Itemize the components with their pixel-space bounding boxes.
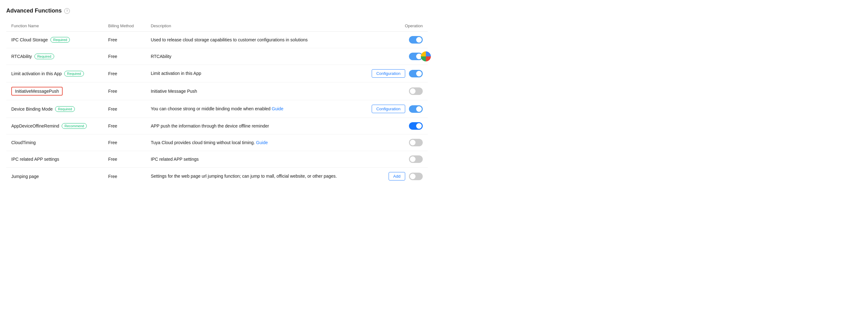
operation-cell-rtcability	[359, 48, 428, 65]
toggle-device-binding-mode[interactable]	[409, 105, 423, 113]
function-badge: Required	[64, 71, 84, 77]
description-cell-initiative-message-push: Initiative Message Push	[146, 82, 358, 100]
function-name-cell-limit-activation: Limit activation in this AppRequired	[6, 65, 103, 82]
toggle-slider-cloud-timing	[409, 139, 423, 146]
col-description: Description	[146, 20, 358, 32]
toggle-slider-ipc-cloud-storage	[409, 36, 423, 43]
function-name-text: IPC Cloud Storage	[11, 37, 48, 42]
operation-cell-app-device-offline-remind	[359, 118, 428, 134]
table-row: RTCAbilityRequiredFreeRTCAbility	[6, 48, 428, 65]
function-name-cell-ipc-related-app-settings: IPC related APP settings	[6, 151, 103, 168]
billing-cell-ipc-cloud-storage: Free	[103, 32, 146, 48]
description-link-device-binding-mode[interactable]: Guide	[272, 106, 283, 111]
functions-table: Function Name Billing Method Description…	[6, 20, 428, 185]
billing-cell-app-device-offline-remind: Free	[103, 118, 146, 134]
toggle-limit-activation[interactable]	[409, 70, 423, 78]
add-button-jumping-page[interactable]: Add	[389, 172, 405, 180]
description-cell-cloud-timing: Tuya Cloud provides cloud timing without…	[146, 134, 358, 151]
description-cell-device-binding-mode: You can choose strong or middle binding …	[146, 100, 358, 118]
operation-cell-limit-activation: Configuration	[359, 65, 428, 82]
function-name-text: CloudTiming	[11, 140, 36, 145]
browser-icon	[421, 51, 431, 61]
function-name-text: Jumping page	[11, 174, 39, 179]
toggle-cloud-timing[interactable]	[409, 139, 423, 146]
function-badge: Required	[34, 54, 54, 59]
table-row: Limit activation in this AppRequiredFree…	[6, 65, 428, 82]
function-badge: Recommend	[62, 123, 87, 129]
operation-cell-device-binding-mode: Configuration	[359, 100, 428, 118]
description-link-cloud-timing[interactable]: Guide	[256, 140, 268, 145]
operation-cell-jumping-page: Add	[359, 168, 428, 185]
function-badge: Required	[51, 37, 70, 42]
function-name-cell-initiative-message-push: InitiativeMessagePush	[6, 82, 103, 100]
toggle-initiative-message-push[interactable]	[409, 87, 423, 95]
description-cell-ipc-cloud-storage: Used to release cloud storage capabiliti…	[146, 32, 358, 48]
description-cell-rtcability: RTCAbility	[146, 48, 358, 65]
operation-cell-cloud-timing	[359, 134, 428, 151]
table-row: Device Binding ModeRequiredFreeYou can c…	[6, 100, 428, 118]
function-name-text: AppDeviceOffineRemind	[11, 123, 59, 128]
function-name-cell-cloud-timing: CloudTiming	[6, 134, 103, 151]
col-operation: Operation	[359, 20, 428, 32]
function-name-text: Device Binding Mode	[11, 107, 53, 112]
page-title: Advanced Functions	[6, 7, 62, 14]
billing-cell-device-binding-mode: Free	[103, 100, 146, 118]
function-name-text: RTCAbility	[11, 54, 32, 59]
table-row: IPC related APP settingsFreeIPC related …	[6, 151, 428, 168]
function-name-cell-device-binding-mode: Device Binding ModeRequired	[6, 100, 103, 118]
function-name-cell-jumping-page: Jumping page	[6, 168, 103, 185]
config-button-device-binding-mode[interactable]: Configuration	[372, 104, 405, 113]
function-name-cell-ipc-cloud-storage: IPC Cloud StorageRequired	[6, 32, 103, 48]
billing-cell-initiative-message-push: Free	[103, 82, 146, 100]
toggle-slider-jumping-page	[409, 173, 423, 180]
table-row: AppDeviceOffineRemindRecommendFreeAPP pu…	[6, 118, 428, 134]
toggle-ipc-cloud-storage[interactable]	[409, 36, 423, 43]
page-container: Advanced Functions ? Function Name Billi…	[0, 0, 434, 192]
table-header-row: Function Name Billing Method Description…	[6, 20, 428, 32]
operation-cell-initiative-message-push	[359, 82, 428, 100]
page-header: Advanced Functions ?	[6, 7, 428, 14]
description-cell-jumping-page: Settings for the web page url jumping fu…	[146, 168, 358, 185]
billing-cell-ipc-related-app-settings: Free	[103, 151, 146, 168]
toggle-jumping-page[interactable]	[409, 173, 423, 180]
function-name-cell-app-device-offline-remind: AppDeviceOffineRemindRecommend	[6, 118, 103, 134]
function-name-text: Limit activation in this App	[11, 71, 62, 76]
function-name-cell-rtcability: RTCAbilityRequired	[6, 48, 103, 65]
billing-cell-jumping-page: Free	[103, 168, 146, 185]
toggle-slider-limit-activation	[409, 70, 423, 78]
toggle-ipc-related-app-settings[interactable]	[409, 155, 423, 163]
toggle-slider-app-device-offline-remind	[409, 122, 423, 130]
col-billing-method: Billing Method	[103, 20, 146, 32]
description-cell-ipc-related-app-settings: IPC related APP settings	[146, 151, 358, 168]
toggle-slider-initiative-message-push	[409, 87, 423, 95]
table-row: IPC Cloud StorageRequiredFreeUsed to rel…	[6, 32, 428, 48]
operation-cell-ipc-related-app-settings	[359, 151, 428, 168]
billing-cell-limit-activation: Free	[103, 65, 146, 82]
toggle-slider-ipc-related-app-settings	[409, 155, 423, 163]
table-row: InitiativeMessagePushFreeInitiative Mess…	[6, 82, 428, 100]
billing-cell-cloud-timing: Free	[103, 134, 146, 151]
function-name-text: InitiativeMessagePush	[15, 89, 59, 94]
table-row: Jumping pageFreeSettings for the web pag…	[6, 168, 428, 185]
billing-cell-rtcability: Free	[103, 48, 146, 65]
help-icon[interactable]: ?	[64, 8, 70, 14]
table-row: CloudTimingFreeTuya Cloud provides cloud…	[6, 134, 428, 151]
col-function-name: Function Name	[6, 20, 103, 32]
toggle-app-device-offline-remind[interactable]	[409, 122, 423, 130]
function-badge: Required	[55, 106, 75, 112]
description-cell-app-device-offline-remind: APP push the information through the dev…	[146, 118, 358, 134]
config-button-limit-activation[interactable]: Configuration	[372, 69, 405, 78]
function-name-text: IPC related APP settings	[11, 157, 59, 162]
operation-cell-ipc-cloud-storage	[359, 32, 428, 48]
toggle-slider-device-binding-mode	[409, 105, 423, 113]
description-cell-limit-activation: Limit activation in this App	[146, 65, 358, 82]
